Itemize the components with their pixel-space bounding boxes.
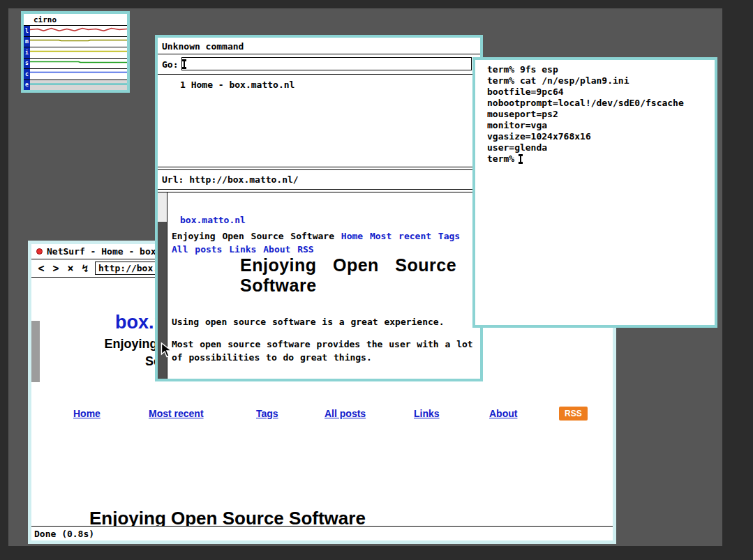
stat-graph	[30, 26, 127, 36]
stat-graph	[30, 37, 127, 47]
stats-window-title: cirno	[24, 14, 127, 26]
stat-row-intr: i	[24, 47, 127, 58]
stat-row-load: l	[24, 26, 127, 36]
nav-link-tags[interactable]: Tags	[256, 408, 278, 419]
text-cursor-icon	[184, 60, 185, 68]
page-heading: Enjoying Open Source Software	[240, 255, 456, 296]
throbber-icon	[36, 248, 43, 255]
stat-label: e	[24, 80, 30, 91]
stat-graph	[30, 80, 127, 91]
divider	[158, 169, 480, 170]
body-text: of possibilities to do great things.	[172, 352, 372, 363]
reload-icon[interactable]: ↯	[80, 262, 90, 275]
mothra-window[interactable]: Unknown command Go: 1 Home - box.matto.n…	[155, 35, 483, 381]
stat-label: i	[24, 47, 30, 58]
go-label: Go:	[162, 59, 178, 70]
forward-icon[interactable]: >	[51, 262, 61, 275]
stats-rows: l m i s c	[24, 26, 127, 90]
divider	[158, 74, 480, 75]
scrollbar-thumb[interactable]	[31, 321, 40, 382]
nav-link-home[interactable]: Home	[73, 408, 100, 419]
terminal-line: term% cat /n/esp/plan9.ini	[487, 75, 715, 86]
stat-label: l	[24, 26, 30, 36]
terminal-line: nobootprompt=local!/dev/sdE0/fscache	[487, 98, 715, 109]
nav-link-mostrecent[interactable]: Most recent	[149, 408, 204, 419]
stat-label: c	[24, 69, 30, 80]
site-nav-line1: Enjoying Open Source Software Home Most …	[172, 231, 460, 241]
page-heading: Enjoying Open Source Software	[89, 508, 366, 526]
mouse-cursor-icon	[161, 342, 173, 361]
terminal-line: vgasize=1024x768x16	[487, 131, 715, 142]
stat-row-context: c	[24, 68, 127, 80]
nav-link-about[interactable]: About	[489, 408, 517, 419]
nav-link-rss[interactable]: RSS	[559, 407, 588, 421]
divider	[158, 167, 480, 167]
url-row: Url: http://box.matto.nl/	[162, 174, 299, 185]
stat-row-syscall: s	[24, 58, 127, 69]
history-item[interactable]: 1 Home - box.matto.nl	[180, 80, 295, 90]
nav-link-allposts[interactable]: All posts	[325, 408, 366, 419]
divider	[158, 54, 480, 54]
terminal-line: user=glenda	[487, 142, 715, 153]
stats-window[interactable]: cirno l m i s c	[21, 11, 130, 93]
body-text: Using open source software is a great ex…	[172, 317, 445, 327]
nav-link-links[interactable]: Links	[414, 408, 440, 419]
site-nav: Home Most recent Tags All posts Links Ab…	[31, 407, 613, 422]
body-text: Most open source software provides the u…	[172, 339, 473, 349]
url-label: Url:	[162, 174, 184, 185]
terminal-window[interactable]: term% 9fs esp term% cat /n/esp/plan9.ini…	[472, 57, 717, 328]
stat-label: s	[24, 59, 30, 69]
stat-row-ether: e	[24, 80, 127, 91]
terminal-line: bootfile=9pc64	[487, 86, 715, 98]
site-link[interactable]: box.matto.nl	[180, 215, 246, 225]
terminal-line: term% 9fs esp	[487, 64, 715, 75]
scrollbar[interactable]	[31, 279, 40, 526]
mothra-status-text: Unknown command	[162, 41, 244, 52]
page-heading-line: Software	[240, 275, 456, 296]
terminal-line: monitor=vga	[487, 120, 715, 131]
page-heading-line: Enjoying Open Source	[240, 255, 456, 275]
nav-links[interactable]: Home Most recent Tags	[341, 231, 460, 241]
stat-graph	[30, 59, 127, 69]
status-bar: Done (0.8s)	[31, 526, 613, 540]
terminal-output[interactable]: term% 9fs esp term% cat /n/esp/plan9.ini…	[475, 60, 715, 165]
site-title-text: Enjoying Open Source Software	[172, 231, 334, 241]
stop-icon[interactable]: ×	[66, 262, 75, 275]
stat-label: m	[24, 37, 30, 47]
divider	[158, 189, 480, 190]
url-value: http://box.matto.nl/	[189, 174, 299, 185]
stat-graph	[30, 47, 127, 58]
site-nav-line2[interactable]: All posts Links About RSS	[172, 244, 314, 255]
stat-graph	[30, 69, 127, 80]
go-input[interactable]	[181, 57, 472, 70]
terminal-line: mouseport=ps2	[487, 109, 715, 120]
back-icon[interactable]: <	[36, 262, 46, 275]
stat-row-mem: m	[24, 36, 127, 47]
terminal-prompt-line: term%	[487, 153, 715, 165]
mothra-content: box.matto.nl Enjoying Open Source Softwa…	[158, 192, 480, 379]
text-cursor-icon	[520, 155, 521, 163]
terminal-prompt: term%	[487, 153, 514, 164]
